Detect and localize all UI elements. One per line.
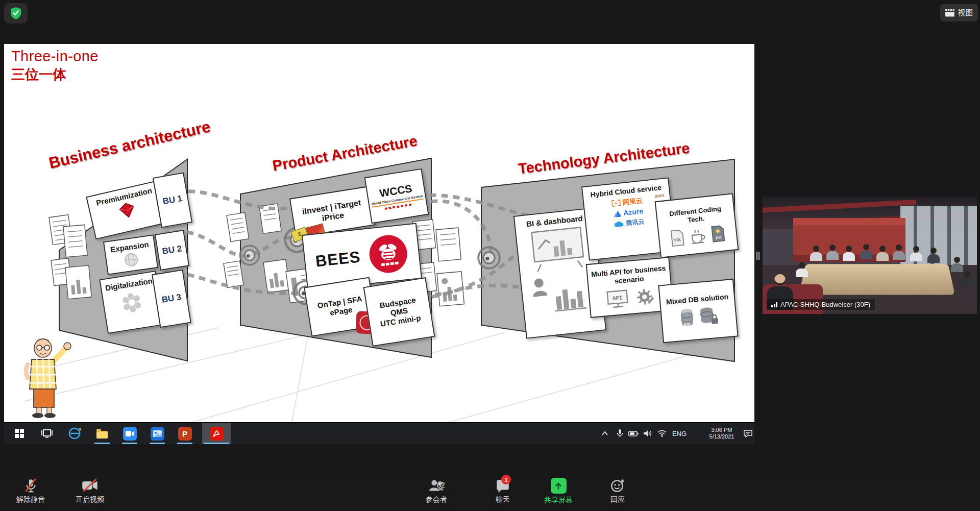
db-lock-icon — [699, 306, 719, 327]
task-view-icon — [41, 428, 53, 439]
card-bu2: BU 2 — [155, 230, 190, 271]
file-explorer-icon[interactable] — [93, 425, 111, 442]
clock-time: 3:06 PM — [712, 427, 732, 433]
card-expansion: Expansion — [103, 234, 158, 275]
folder-glyph — [96, 431, 108, 439]
aws-logo: aws — [654, 192, 665, 200]
card-label: BU 1 — [162, 193, 183, 207]
azure-label: Azure — [623, 207, 643, 217]
card-label: BEES — [314, 248, 361, 271]
share-screen-button[interactable]: 共享屏幕 — [533, 478, 584, 505]
media-glyph — [151, 427, 164, 441]
participants-count: 82 — [437, 481, 445, 489]
reactions-label: 回应 — [610, 495, 625, 504]
cartoon-presenter — [26, 339, 71, 418]
meeting-control-bar: 解除静音 开启视频 82 参会者 — [0, 475, 980, 511]
tray-language[interactable]: ENG — [670, 423, 689, 444]
internet-explorer-icon[interactable] — [65, 425, 84, 442]
gear-wrench-icon — [633, 286, 656, 308]
card-mixed-db: Mixed DB solution SQL — [658, 279, 738, 343]
reactions-smiley-icon — [610, 478, 625, 493]
tray-wifi-icon[interactable] — [655, 423, 669, 444]
py-label: PY — [716, 235, 722, 240]
video-panel-handle[interactable] — [755, 248, 761, 263]
card-label: BU 2 — [161, 244, 182, 257]
open-indicator — [94, 443, 110, 444]
diamond-icon — [115, 200, 139, 221]
shared-screen[interactable]: Three-in-one 三位一体 Business architecture … — [4, 44, 754, 466]
acrobat-icon[interactable] — [207, 425, 226, 442]
chat-button[interactable]: 1 聊天 — [486, 478, 520, 504]
participant-video-tile[interactable]: APAC-SHHQ-Budweiser (30F) — [763, 197, 977, 314]
digital-gear-icon — [118, 289, 145, 317]
unmute-button[interactable]: 解除静音 — [9, 478, 52, 504]
participants-button[interactable]: 82 参会者 — [414, 478, 458, 504]
reactions-button[interactable]: 回应 — [596, 478, 639, 504]
participant — [860, 244, 873, 259]
participant — [842, 246, 855, 261]
share-screen-icon — [551, 478, 567, 494]
ie-logo — [68, 427, 81, 440]
video-tile-name-label: APAC-SHHQ-Budweiser (30F) — [767, 299, 875, 310]
start-video-label: 开启视频 — [76, 495, 104, 504]
unmute-label: 解除静音 — [16, 495, 45, 504]
tray-clock[interactable]: 3:06 PM 5/13/2021 — [702, 423, 741, 444]
api-monitor-icon: API — [605, 289, 629, 309]
participants-label: 参会者 — [426, 495, 447, 504]
card-label: Hybrid Cloud service — [590, 183, 662, 199]
media-app-icon[interactable] — [148, 425, 166, 442]
muted-mic-icon — [23, 478, 38, 493]
open-indicator — [150, 443, 165, 444]
tencent-label: 腾讯云 — [626, 218, 645, 227]
participant — [876, 246, 889, 261]
chat-label: 聊天 — [496, 495, 510, 504]
card-wccs: WCCS World Class Commercial System — [364, 168, 429, 224]
view-button[interactable]: 视图 — [940, 4, 978, 21]
azure-row: Azure — [613, 207, 644, 218]
tray-microphone-icon[interactable] — [614, 423, 626, 444]
tray-chevron-up[interactable] — [598, 423, 611, 444]
slide-title-en: Three-in-one — [11, 48, 99, 65]
card-label: BU 3 — [161, 292, 182, 305]
tray-speaker-icon[interactable] — [641, 423, 654, 444]
participant — [892, 245, 905, 260]
room-name: APAC-SHHQ-Budweiser (30F) — [780, 301, 870, 308]
start-button[interactable] — [10, 425, 29, 442]
card-label: Tech. — [687, 214, 704, 224]
tray-battery-icon[interactable] — [627, 423, 640, 444]
task-view-button[interactable] — [38, 425, 56, 442]
card-coding-tech: Different Coding Tech. SQL — [655, 193, 739, 258]
open-indicator — [177, 443, 192, 444]
share-screen-label: 共享屏幕 — [544, 496, 573, 505]
open-indicator-active — [204, 443, 229, 444]
security-shield-button[interactable] — [4, 3, 28, 23]
video-off-icon — [81, 478, 99, 493]
card-label: scenario — [614, 275, 644, 286]
windows-taskbar: P — [4, 422, 754, 444]
powerpoint-icon[interactable]: P — [176, 425, 194, 442]
language-label: ENG — [672, 430, 687, 437]
python-file-icon: PY — [710, 225, 725, 242]
participant — [810, 246, 823, 261]
windows-logo-icon — [15, 429, 24, 438]
clock-date: 5/13/2021 — [709, 433, 734, 440]
sql-label: SQL — [684, 323, 692, 327]
action-center-icon[interactable] — [741, 423, 754, 444]
card-label: Digitalization — [105, 276, 153, 293]
grid-view-icon — [945, 9, 954, 17]
zoom-meeting-window: 视图 — [0, 0, 980, 511]
start-video-button[interactable]: 开启视频 — [65, 478, 114, 504]
participant — [961, 271, 974, 286]
zoom-camera-glyph — [123, 427, 137, 441]
participant — [826, 245, 839, 260]
acrobat-glyph — [210, 427, 224, 441]
participant — [950, 257, 964, 272]
bees-logo — [366, 232, 410, 276]
aliyun-label: 阿里云 — [622, 197, 643, 207]
powerpoint-glyph: P — [178, 427, 192, 441]
participant — [927, 248, 940, 263]
globe-icon — [122, 251, 140, 268]
zoom-app-icon[interactable] — [120, 425, 139, 442]
card-label: Mixed DB solution — [666, 292, 728, 306]
participant — [795, 262, 808, 277]
